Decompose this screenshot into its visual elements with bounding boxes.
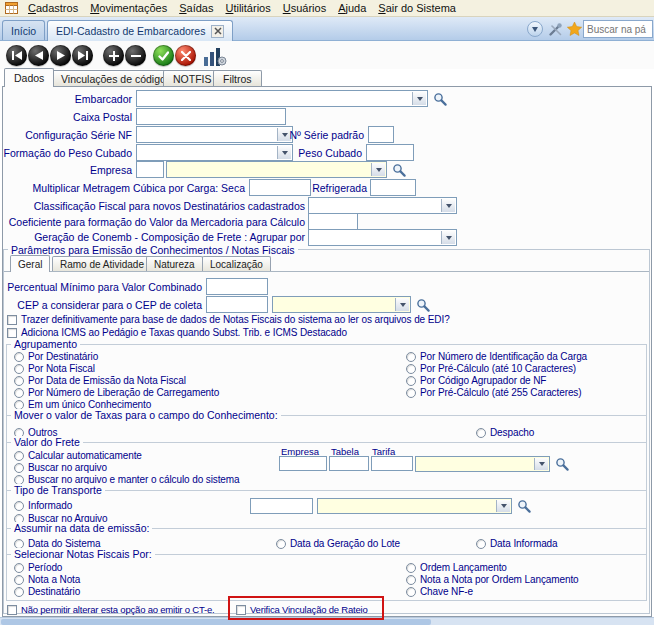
- menu-movimentacoes[interactable]: Movimentações: [84, 1, 173, 15]
- radio-buscar-no-arquivo-frete[interactable]: Buscar no arquivo: [14, 462, 107, 473]
- dropdown-arrow-icon[interactable]: [277, 146, 291, 159]
- dropdown-arrow-icon[interactable]: [441, 231, 455, 244]
- selecionar-nf-title: Selecionar Notas Fiscais Por:: [11, 548, 155, 560]
- radio-nota-a-nota-ordem-lancamento[interactable]: Nota a Nota por Ordem Lançamento: [406, 574, 579, 585]
- radio-nota-a-nota[interactable]: Nota a Nota: [14, 574, 80, 585]
- delete-record-button[interactable]: [125, 45, 146, 66]
- tab-inicio[interactable]: Início: [2, 20, 45, 40]
- next-record-button[interactable]: [50, 45, 71, 66]
- radio-por-nota-fiscal[interactable]: Por Nota Fiscal: [14, 363, 95, 374]
- add-record-button[interactable]: [103, 45, 124, 66]
- tools-icon[interactable]: [547, 21, 563, 37]
- formacao-peso-cubado-combo[interactable]: [136, 144, 293, 161]
- dropdown-arrow-icon[interactable]: [441, 199, 455, 212]
- radio-circle: [476, 539, 486, 549]
- percentual-minimo-input[interactable]: [206, 278, 268, 295]
- frete-tarifa-input[interactable]: [371, 456, 413, 471]
- cep-lookup-icon[interactable]: [416, 298, 430, 312]
- radio-circle: [14, 587, 24, 597]
- favorite-star-icon[interactable]: [566, 21, 582, 37]
- tab-edi-cadastro-embarcadores[interactable]: EDI-Cadastro de Embarcadores: [47, 20, 233, 41]
- menu-usuarios[interactable]: Usuários: [277, 1, 332, 15]
- embarcador-combo[interactable]: [136, 90, 428, 107]
- menu-cadastros[interactable]: Cadastros: [22, 1, 84, 15]
- confirm-button[interactable]: [153, 45, 174, 66]
- cancel-button[interactable]: [175, 45, 196, 66]
- num-serie-padrao-label: Nº Série padrão: [290, 129, 364, 141]
- geracao-conemb-combo[interactable]: [308, 229, 457, 246]
- peso-cubado-input[interactable]: [366, 144, 414, 161]
- radio-data-informada[interactable]: Data Informada: [476, 538, 558, 549]
- radio-destinatario[interactable]: Destinatário: [14, 586, 80, 597]
- cep-coleta-input[interactable]: [206, 296, 268, 313]
- radio-por-destinatario[interactable]: Por Destinatário: [14, 351, 98, 362]
- tab-close-icon[interactable]: [211, 25, 224, 38]
- checkbox-trazer-definitivamente[interactable]: Trazer definitivamente para base de dado…: [7, 314, 450, 325]
- dropdown-arrow-icon[interactable]: [371, 163, 385, 176]
- caixa-postal-input[interactable]: [136, 108, 286, 125]
- classificacao-fiscal-combo[interactable]: [308, 197, 457, 214]
- agrupamento-title: Agrupamento: [11, 338, 80, 350]
- radio-circle: [14, 388, 24, 398]
- tab-geral[interactable]: Geral: [10, 255, 50, 272]
- dropdown-arrow-icon[interactable]: [534, 458, 548, 470]
- radio-data-geracao-lote[interactable]: Data da Geração do Lote: [276, 538, 400, 549]
- radio-label: Despacho: [490, 427, 534, 438]
- app-icon: [5, 2, 18, 14]
- tipo-transporte-lookup-icon[interactable]: [517, 499, 531, 513]
- last-record-button[interactable]: [72, 45, 93, 66]
- menu-sair-do-sistema[interactable]: Sair do Sistema: [372, 1, 462, 15]
- checkbox-nao-permitir-alterar[interactable]: Não permitir alterar esta opção ao emiti…: [7, 604, 214, 615]
- radio-periodo[interactable]: Período: [14, 562, 62, 573]
- coeficiente-input[interactable]: [308, 213, 358, 230]
- menu-utilitarios[interactable]: Utilitários: [219, 1, 276, 15]
- radio-por-data-emissao-nf[interactable]: Por Data de Emissão da Nota Fiscal: [14, 375, 186, 386]
- frete-tarifa-combo[interactable]: [415, 456, 550, 472]
- geracao-conemb-label: Geração de Conemb - Composição de Frete …: [34, 231, 305, 243]
- first-record-button[interactable]: [6, 45, 27, 66]
- checkbox-adiciona-icms[interactable]: Adiciona ICMS ao Pedágio e Taxas quando …: [7, 327, 347, 338]
- dropdown-arrow-icon[interactable]: [395, 298, 409, 311]
- radio-ordem-lancamento[interactable]: Ordem Lançamento: [406, 562, 507, 573]
- panel-menu-button[interactable]: [527, 21, 543, 37]
- dropdown-arrow-icon[interactable]: [412, 92, 426, 105]
- config-serie-nf-label: Configuração Série NF: [25, 129, 132, 141]
- empresa-lookup-icon[interactable]: [392, 163, 406, 177]
- tipo-transporte-code-input[interactable]: [250, 498, 313, 514]
- mini-tab-panel-border: [4, 271, 649, 272]
- tab-natureza[interactable]: Natureza: [146, 256, 203, 271]
- empresa-code-input[interactable]: [136, 161, 164, 178]
- config-serie-nf-combo[interactable]: [136, 126, 293, 143]
- num-serie-padrao-input[interactable]: [368, 126, 394, 143]
- page-search-input[interactable]: [583, 20, 653, 38]
- empresa-combo[interactable]: [166, 161, 387, 178]
- radio-informado[interactable]: Informado: [14, 500, 72, 511]
- embarcador-lookup-icon[interactable]: [433, 92, 447, 106]
- tipo-transporte-combo[interactable]: [317, 498, 512, 514]
- refrigerada-input[interactable]: [370, 179, 416, 196]
- radio-calcular-automaticamente[interactable]: Calcular automaticamente: [14, 450, 142, 461]
- radio-pre-calculo-10[interactable]: Por Pré-Cálculo (até 10 Caracteres): [406, 363, 576, 374]
- radio-por-numero-identificacao-carga[interactable]: Por Número de Identificação da Carga: [406, 351, 587, 362]
- radio-despacho[interactable]: Despacho: [476, 427, 534, 438]
- tab-ramo-atividade[interactable]: Ramo de Atividade: [52, 256, 152, 271]
- radio-chave-nfe[interactable]: Chave NF-e: [406, 586, 473, 597]
- radio-label: Ordem Lançamento: [420, 562, 507, 573]
- dropdown-arrow-icon[interactable]: [496, 500, 510, 512]
- radio-pre-calculo-255[interactable]: Por Pré-Cálculo (até 255 Caracteres): [406, 387, 581, 398]
- multiplicar-seca-input[interactable]: [249, 179, 311, 196]
- radio-por-codigo-agrupador-nf[interactable]: Por Código Agrupador de NF: [406, 375, 546, 386]
- previous-record-button[interactable]: [28, 45, 49, 66]
- frete-empresa-input[interactable]: [279, 456, 327, 471]
- tab-dados[interactable]: Dados: [4, 68, 54, 87]
- frete-lookup-icon[interactable]: [555, 457, 569, 471]
- tab-localizacao[interactable]: Localização: [202, 256, 271, 271]
- tab-filtros[interactable]: Filtros: [213, 70, 262, 86]
- tab-vinculacoes-codigos[interactable]: Vinculações de códigos: [51, 70, 181, 86]
- menu-ajuda[interactable]: Ajuda: [332, 1, 372, 15]
- frete-tabela-input[interactable]: [329, 456, 369, 471]
- statistics-button[interactable]: [203, 46, 227, 67]
- radio-por-numero-liberacao[interactable]: Por Número de Liberação de Carregamento: [14, 387, 219, 398]
- cep-coleta-combo[interactable]: [272, 296, 411, 313]
- menu-saidas[interactable]: Saídas: [173, 1, 219, 15]
